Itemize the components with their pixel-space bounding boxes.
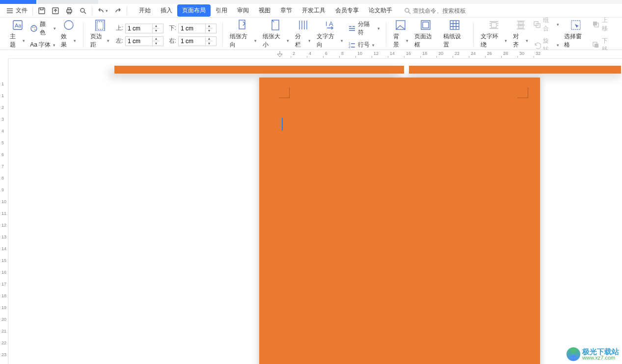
svg-text:Aa: Aa — [15, 23, 22, 28]
group-theme: Aa 主题▾ 颜色▾ Aa 字体▾ 效果▾ — [4, 20, 82, 50]
margin-left-input[interactable]: ▲▼ — [125, 36, 163, 46]
svg-point-5 — [81, 8, 84, 12]
svg-rect-27 — [518, 22, 523, 24]
redo-button[interactable] — [111, 4, 125, 18]
tab-insert[interactable]: 插入 — [156, 4, 177, 17]
background-label: 背景 — [393, 32, 405, 49]
svg-text:1: 1 — [349, 42, 351, 45]
menu-icon — [6, 7, 14, 15]
spin-up[interactable]: ▲ — [206, 37, 213, 41]
effect-label: 效果 — [61, 32, 72, 49]
margins-label: 页边距 — [90, 32, 106, 49]
spin-down[interactable]: ▼ — [153, 41, 160, 46]
quick-access-bar: 文件 ▾ 开始 插入 页面布局 引用 审阅 视图 章节 开发工具 会员专享 论文… — [0, 4, 622, 18]
svg-rect-28 — [518, 26, 523, 28]
tab-member[interactable]: 会员专享 — [330, 4, 364, 17]
menu-button[interactable]: 文件 — [3, 4, 30, 18]
color-label: 颜色 — [40, 20, 51, 37]
columns-button[interactable]: 分栏▾ — [292, 18, 313, 51]
svg-point-6 — [405, 8, 409, 12]
group-page-setup: 纸张方向▾ 纸张大小▾ 分栏▾ IA 文字方向▾ 分隔符▾ 12行号▾ — [224, 20, 385, 50]
textdir-icon: IA — [324, 19, 336, 31]
wrap-button[interactable]: 文字环绕▾ — [478, 18, 511, 51]
effect-icon — [63, 19, 75, 31]
tab-thesis[interactable]: 论文助手 — [364, 4, 397, 17]
svg-text:A: A — [329, 20, 333, 27]
selpane-button[interactable]: 选择窗格 — [561, 18, 590, 51]
tab-start[interactable]: 开始 — [134, 4, 156, 17]
palette-icon — [30, 25, 37, 32]
margin-bottom-input[interactable]: ▲▼ — [178, 24, 216, 33]
spin-down[interactable]: ▼ — [206, 41, 213, 46]
margin-bottom-label: 下: — [167, 24, 176, 32]
export-button[interactable] — [49, 4, 62, 18]
orientation-button[interactable]: 纸张方向▾ — [227, 18, 260, 51]
margin-right-input[interactable]: ▲▼ — [178, 36, 216, 46]
svg-point-10 — [32, 27, 33, 28]
svg-rect-4 — [68, 12, 71, 14]
save-button[interactable] — [35, 4, 49, 18]
selpane-label: 选择窗格 — [564, 32, 587, 49]
rotate-button[interactable]: 旋转▾ — [533, 36, 559, 51]
spin-down[interactable]: ▼ — [206, 28, 213, 33]
border-button[interactable]: 页面边框 — [411, 18, 440, 51]
effect-button[interactable]: 效果▾ — [58, 18, 79, 51]
background-icon — [395, 19, 406, 31]
command-search[interactable] — [404, 7, 482, 14]
align-button[interactable]: 对齐▾ — [510, 18, 531, 51]
genko-button[interactable]: 稿纸设置 — [440, 18, 469, 51]
orientation-label: 纸张方向 — [230, 32, 253, 49]
margin-bottom-field[interactable] — [179, 25, 205, 32]
svg-text:I: I — [325, 20, 327, 27]
linenum-button[interactable]: 12行号▾ — [348, 40, 379, 50]
genko-label: 稿纸设置 — [443, 32, 466, 49]
font-button[interactable]: Aa 字体▾ — [30, 40, 56, 50]
selpane-icon — [570, 19, 582, 31]
margin-left-label: 左: — [114, 37, 123, 45]
margin-top-field[interactable] — [126, 25, 152, 32]
sendback-icon — [592, 41, 600, 49]
print-icon — [65, 7, 73, 15]
size-label: 纸张大小 — [263, 32, 286, 49]
spin-up[interactable]: ▲ — [206, 24, 213, 28]
columns-label: 分栏 — [295, 32, 306, 49]
undo-button[interactable]: ▾ — [94, 4, 111, 18]
svg-point-13 — [64, 21, 73, 29]
tab-chapter[interactable]: 章节 — [275, 4, 297, 17]
breaks-button[interactable]: 分隔符▾ — [348, 19, 379, 38]
preview-button[interactable] — [76, 4, 90, 18]
undo-icon — [97, 7, 105, 15]
tab-reference[interactable]: 引用 — [211, 4, 232, 17]
bringfwd-button[interactable]: 上移 — [592, 15, 613, 34]
sendback-button[interactable]: 下移 — [592, 36, 613, 51]
tab-review[interactable]: 审阅 — [232, 4, 254, 17]
wrap-label: 文字环绕 — [481, 32, 504, 49]
textdir-button[interactable]: IA 文字方向▾ — [314, 18, 347, 51]
tab-view[interactable]: 视图 — [254, 4, 275, 17]
svg-rect-0 — [39, 8, 45, 14]
margin-right-field[interactable] — [179, 38, 205, 45]
border-label: 页面边框 — [414, 32, 437, 49]
theme-button[interactable]: Aa 主题▾ — [7, 18, 28, 51]
spin-down[interactable]: ▼ — [153, 28, 160, 33]
margin-top-input[interactable]: ▲▼ — [125, 24, 163, 33]
margins-button[interactable]: 页边距▾ — [87, 18, 112, 51]
spin-up[interactable]: ▲ — [153, 24, 160, 28]
svg-point-9 — [31, 26, 37, 31]
svg-rect-25 — [450, 21, 459, 29]
size-button[interactable]: 纸张大小▾ — [260, 18, 293, 51]
group-cmd-button[interactable]: 组合▾ — [533, 15, 559, 34]
search-input[interactable] — [413, 7, 482, 14]
print-button[interactable] — [62, 4, 76, 18]
columns-icon — [297, 19, 309, 31]
background-button[interactable]: 背景▾ — [390, 18, 411, 51]
group-arrange: 文字环绕▾ 对齐▾ 组合▾ 旋转▾ 选择窗格 上移 下移 — [475, 20, 619, 50]
tab-layout[interactable]: 页面布局 — [177, 4, 211, 17]
margin-left-field[interactable] — [126, 38, 152, 45]
tab-devtools[interactable]: 开发工具 — [297, 4, 330, 17]
spin-up[interactable]: ▲ — [153, 37, 160, 41]
border-icon — [420, 19, 432, 31]
rotate-label: 旋转 — [543, 37, 554, 51]
wrap-icon — [488, 19, 500, 31]
color-button[interactable]: 颜色▾ — [30, 19, 56, 38]
